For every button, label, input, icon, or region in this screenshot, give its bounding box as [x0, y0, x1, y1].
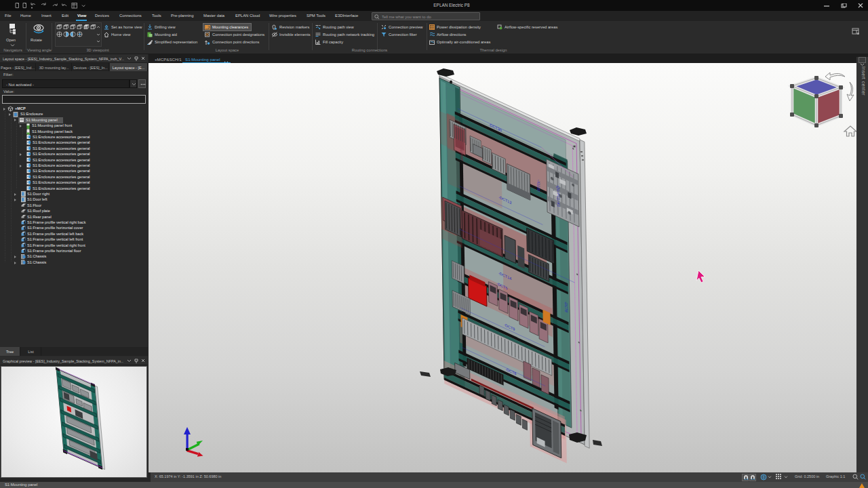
svg-text:-DCT6: -DCT6: [564, 301, 568, 314]
svg-text:-Q1/-FC1/-K1: -Q1/-FC1/-K1: [556, 184, 560, 208]
svg-text:-X1130: -X1130: [536, 179, 540, 192]
svg-text:-E4/PWR: -E4/PWR: [459, 144, 463, 161]
